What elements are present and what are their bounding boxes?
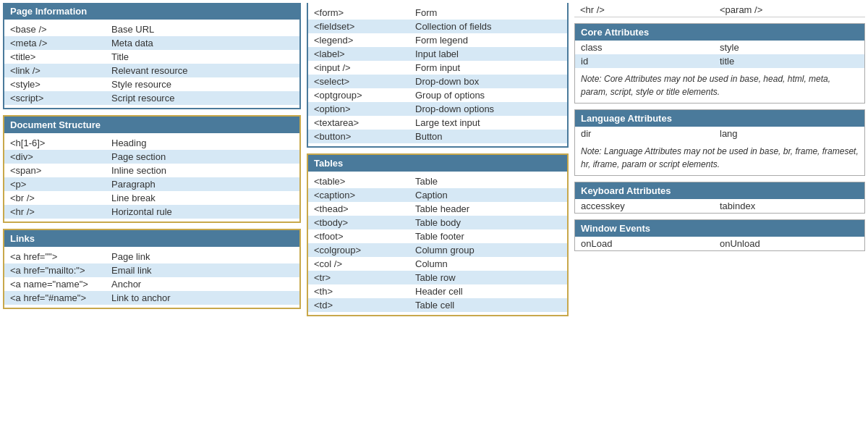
language-attributes-section: Language Attributes dirlang Note: Langua… [574,109,865,176]
document-structure-header: Document Structure [4,117,299,133]
tag-cell: <td> [314,300,415,311]
keyboard-attributes-body: accesskeytabindex [575,199,864,213]
top-row: <hr /> <param /> [574,3,865,17]
table-row: <button>Button [308,130,567,143]
tag-cell: <p> [10,179,111,190]
desc-cell: Button [415,131,443,142]
desc-cell: Caption [415,190,448,201]
desc-cell: Drop-down options [415,104,494,114]
desc-cell: Drop-down box [415,76,479,87]
tag-cell: <input /> [314,62,415,73]
tag-cell: <caption> [314,190,415,201]
desc-cell: Table row [415,272,456,283]
desc-cell: Column group [415,245,475,256]
table-row: <option>Drop-down options [308,102,567,116]
desc-cell: Title [111,51,129,62]
tag-cell: <a href="#name"> [10,292,111,303]
desc-cell: Paragraph [111,179,156,190]
tag-cell: <form> [314,7,415,18]
table-row: <h[1-6]>Heading [4,136,299,150]
table-row: <colgroup>Column group [308,243,567,257]
tag-cell: <a href=""> [10,251,111,262]
language-attributes-body: dirlang [575,127,864,140]
desc-cell: Email link [111,265,152,276]
desc-cell: Horizontal rule [111,206,172,217]
attr-row: onLoadonUnload [575,237,864,250]
table-row: <tr>Table row [308,271,567,284]
desc-cell: Meta data [111,38,153,48]
table-row: <select>Drop-down box [308,75,567,88]
tables-body: <table>Table<caption>Caption<thead>Table… [308,172,567,315]
links-header: Links [4,230,299,247]
document-structure-section: Document Structure <h[1-6]>Heading<div>P… [3,115,301,223]
desc-cell: Link to anchor [111,292,171,303]
desc-cell: Line break [111,193,156,203]
table-row: <legend>Form legend [308,33,567,47]
tag-cell: <a name="name"> [10,279,111,290]
table-row: <p>Paragraph [4,177,299,191]
tag-cell: <link /> [10,65,111,76]
desc-cell: Input label [415,48,459,59]
table-row: <br />Line break [4,191,299,205]
core-attributes-body: classstyleidtitle [575,41,864,68]
tag-cell: <label> [314,48,415,59]
tag-cell: <base /> [10,24,111,35]
attr2-cell: tabindex [720,201,859,211]
tag-cell: <tbody> [314,217,415,228]
tag-cell: <button> [314,131,415,142]
language-attributes-note: Note: Language Attributes may not be use… [575,140,864,175]
tag-cell: <fieldset> [314,21,415,32]
attr1-cell: accesskey [581,201,720,211]
attr-row: classstyle [575,41,864,54]
forms-top-body: <form>Form<fieldset>Collection of fields… [308,3,567,146]
attr-row: idtitle [575,54,864,68]
tag-cell: <colgroup> [314,245,415,256]
desc-cell: Style resource [111,79,171,90]
table-row: <thead>Table header [308,202,567,216]
table-row: <table>Table [308,174,567,188]
attr1-cell: onLoad [581,238,720,249]
desc-cell: Table cell [415,300,454,311]
table-row: <caption>Caption [308,188,567,202]
desc-cell: Form legend [415,35,468,46]
desc-cell: Table [415,176,438,187]
table-row: <tbody>Table body [308,216,567,229]
keyboard-attributes-section: Keyboard Attributes accesskeytabindex [574,182,865,214]
desc-cell: Form input [415,62,460,73]
attr-row: accesskeytabindex [575,199,864,213]
attr-row: dirlang [575,127,864,140]
tag-cell: <select> [314,76,415,87]
desc-cell: Collection of fields [415,21,492,32]
links-body: <a href="">Page link<a href="mailto:">Em… [4,247,299,308]
desc-cell: Header cell [415,286,463,297]
table-row: <td>Table cell [308,298,567,312]
attr1-cell: dir [581,128,720,139]
tag-cell: <thead> [314,203,415,214]
tag-cell: <textarea> [314,117,415,128]
table-row: <style>Style resource [4,77,299,91]
desc-cell: Heading [111,138,146,148]
tag-cell: <optgroup> [314,90,415,101]
tag-cell: <th> [314,286,415,297]
page-information-body: <base />Base URL<meta />Meta data<title>… [4,20,299,108]
table-row: <meta />Meta data [4,36,299,50]
table-row: <optgroup>Group of options [308,88,567,102]
attr2-cell: onUnload [720,238,859,249]
table-row: <form>Form [308,6,567,20]
desc-cell: Group of options [415,90,485,101]
desc-cell: Page link [111,251,150,262]
tag-cell: <tr> [314,272,415,283]
language-attributes-header: Language Attributes [575,110,864,127]
attr2-cell: title [720,56,859,67]
desc-cell: Column [415,258,448,269]
column-1: Page Information <base />Base URL<meta /… [0,0,304,443]
tables-header: Tables [308,155,567,172]
tag-cell: <tfoot> [314,231,415,242]
desc-cell: Table header [415,203,469,214]
desc-cell: Table body [415,217,461,228]
table-row: <link />Relevant resource [4,64,299,77]
table-row: <fieldset>Collection of fields [308,20,567,33]
window-events-section: Window Events onLoadonUnload [574,219,865,251]
window-events-header: Window Events [575,220,864,237]
attr1-cell: class [581,42,720,53]
